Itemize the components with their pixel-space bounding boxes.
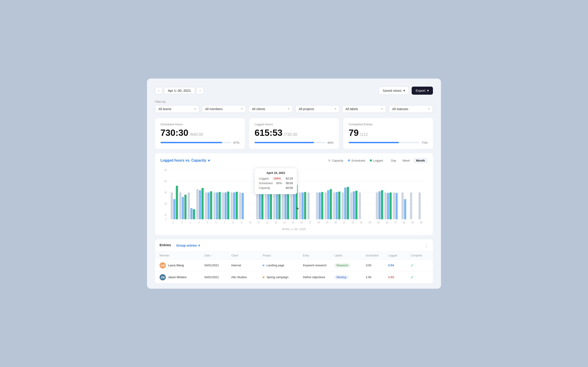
stat-completed-main: 79	[349, 128, 359, 138]
avatar-svg-1: JW	[160, 274, 166, 280]
svg-rect-86	[342, 192, 344, 219]
avatar-0: LW	[160, 262, 166, 268]
svg-rect-88	[347, 187, 349, 219]
svg-text:21: 21	[343, 221, 346, 224]
chart-tabs: Day Week Month	[388, 158, 428, 163]
table-row: JW Jason Winters 04/01/2021 Alto Studios…	[155, 271, 433, 283]
svg-text:14: 14	[283, 221, 286, 224]
filter-statuses[interactable]: All statuses ▾	[389, 105, 433, 113]
stat-logged-secondary: /730:30	[284, 132, 297, 137]
filter-members[interactable]: All members ▾	[202, 105, 246, 113]
svg-rect-69	[301, 192, 304, 219]
svg-rect-47	[256, 192, 258, 219]
filter-statuses-chevron-icon: ▾	[428, 108, 430, 110]
stat-logged-title: Logged Hours	[255, 123, 333, 126]
svg-text:16: 16	[300, 221, 303, 224]
filter-labels-label: All labels	[346, 107, 358, 111]
cell-labels-1: Meeting	[334, 275, 366, 279]
svg-text:0: 0	[166, 218, 167, 220]
svg-text:12: 12	[266, 221, 268, 224]
svg-rect-43	[239, 192, 241, 219]
group-entries-chevron-icon: ▾	[198, 244, 200, 247]
stat-completed-value: 79 /112	[349, 128, 428, 138]
date-range-label[interactable]: Apr 1–30, 2021	[164, 87, 195, 94]
table-header: Member Date ↕ Client Project Entry Label…	[155, 252, 433, 259]
svg-rect-92	[355, 191, 358, 219]
cell-entry-0: Keyword research	[303, 264, 334, 267]
tooltip-scheduled-label: Scheduled	[259, 182, 272, 185]
svg-rect-35	[222, 192, 224, 219]
logged-dot	[370, 159, 372, 162]
svg-rect-97	[376, 192, 378, 219]
svg-rect-91	[353, 191, 355, 219]
svg-rect-94	[359, 192, 361, 219]
app-container: ‹ Apr 1–30, 2021 › Saved views ▾ Export …	[147, 79, 441, 289]
filter-projects-chevron-icon: ▾	[335, 108, 336, 110]
project-dot-0	[263, 265, 264, 266]
svg-rect-90	[350, 192, 353, 219]
export-button[interactable]: Export ▾	[412, 87, 433, 95]
stats-row: Scheduled Hours 730:30 /840:00 87% Logge…	[155, 118, 433, 149]
tooltip-scheduled-pct: 95%	[276, 182, 282, 185]
filter-projects[interactable]: All projects ▾	[295, 105, 339, 113]
stat-scheduled-bar-row: 87%	[160, 141, 239, 144]
chart-title[interactable]: Logged hours vs. Capacity ▾	[160, 158, 210, 163]
cell-complete-1: ✓	[411, 275, 428, 280]
filter-teams[interactable]: All teams ▾	[155, 105, 199, 113]
svg-rect-55	[273, 192, 276, 219]
svg-rect-70	[304, 192, 306, 219]
more-options-button[interactable]: ⋮	[424, 243, 428, 248]
tab-week[interactable]: Week	[400, 158, 413, 163]
svg-rect-28	[208, 192, 210, 219]
svg-rect-83	[336, 192, 338, 219]
svg-text:40: 40	[164, 180, 167, 182]
svg-rect-32	[216, 192, 218, 219]
avatar-svg-0: LW	[160, 262, 166, 268]
legend-logged-label: Logged	[373, 159, 383, 162]
cell-member-0: LW Laura Wang	[160, 262, 204, 268]
prev-date-button[interactable]: ‹	[155, 87, 162, 94]
col-logged: Logged	[388, 254, 411, 257]
filter-by-label: Filter by:	[155, 100, 433, 103]
svg-text:18: 18	[317, 221, 320, 224]
filter-labels[interactable]: All labels ▾	[342, 105, 386, 113]
svg-text:7: 7	[224, 221, 225, 224]
svg-text:10: 10	[164, 213, 167, 216]
tooltip-logged-label: Logged	[259, 177, 268, 180]
saved-views-chevron-icon: ▾	[403, 89, 405, 93]
cell-project-1: Spring campaign	[263, 275, 303, 279]
group-entries-button[interactable]: Group entries ▾	[176, 244, 200, 247]
col-date[interactable]: Date ↕	[204, 254, 231, 257]
stat-scheduled-secondary: /840:00	[190, 132, 203, 137]
tab-day[interactable]: Day	[388, 158, 399, 163]
stat-completed-bar-bg	[349, 142, 419, 143]
svg-rect-64	[293, 190, 295, 219]
stat-logged-hours: Logged Hours 615:53 /730:30 84%	[249, 118, 339, 149]
next-date-button[interactable]: ›	[197, 87, 204, 94]
svg-text:24: 24	[369, 221, 371, 224]
member-name-0: Laura Wang	[168, 264, 184, 267]
svg-text:19: 19	[326, 221, 329, 224]
svg-rect-78	[324, 192, 327, 219]
project-name-0: Landing page	[267, 264, 284, 267]
svg-rect-80	[330, 189, 332, 219]
filter-teams-label: All teams	[158, 107, 172, 111]
saved-views-button[interactable]: Saved views ▾	[379, 87, 409, 95]
group-entries-label: Group entries	[176, 244, 197, 247]
filter-clients[interactable]: All clients ▾	[249, 105, 293, 113]
svg-rect-76	[321, 192, 323, 219]
svg-rect-40	[233, 192, 235, 219]
svg-rect-16	[182, 197, 184, 219]
export-chevron-icon: ▾	[427, 89, 429, 93]
tab-month[interactable]: Month	[414, 158, 428, 163]
svg-rect-59	[282, 192, 284, 219]
tooltip-capacity-label: Capacity	[259, 186, 270, 190]
tab-entries[interactable]: Entries	[160, 243, 171, 248]
table-tabs-row: Entries Group entries ▾ ⋮	[155, 239, 433, 252]
svg-rect-111	[410, 192, 412, 219]
stat-completed-entries: Completed Entries 79 /112 71%	[343, 118, 433, 149]
tooltip-row-logged: Logged 106% 42:24	[259, 177, 293, 180]
svg-rect-20	[190, 208, 193, 219]
stat-logged-bar-row: 84%	[255, 141, 333, 144]
stat-completed-bar-row: 71%	[349, 141, 428, 144]
